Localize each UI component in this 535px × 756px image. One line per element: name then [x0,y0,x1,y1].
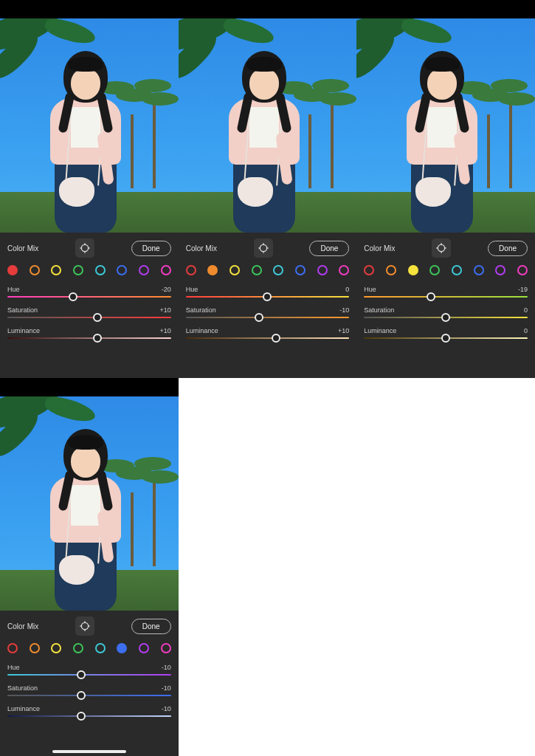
color-swatch[interactable] [186,265,196,275]
slider-track[interactable] [186,296,350,298]
color-swatch[interactable] [95,265,106,275]
target-adjust-button[interactable] [75,616,94,636]
slider-thumb[interactable] [255,313,263,322]
svg-point-15 [81,622,88,629]
done-button[interactable]: Done [131,241,171,256]
photo-preview [356,18,535,233]
slider-track[interactable] [186,317,350,318]
slider-thumb[interactable] [77,691,86,700]
status-bar [356,0,535,18]
color-swatch[interactable] [474,265,484,275]
color-swatch[interactable] [30,265,40,275]
slider-track[interactable] [7,695,171,696]
slider-row: Luminance +10 [7,327,171,339]
color-swatch[interactable] [429,265,440,275]
controls-area: Color Mix Done Hue -19 Saturation 0 [356,233,535,378]
controls-area: Color Mix Done Hue -20 Saturation +10 [0,233,179,378]
slider-track[interactable] [7,337,171,339]
color-swatch[interactable] [51,265,61,275]
color-swatch[interactable] [73,643,83,653]
slider-row: Luminance 0 [364,327,528,339]
photo-preview [0,396,179,611]
slider-track[interactable] [7,317,171,318]
slider-label: Saturation [186,306,216,314]
color-swatch-row [7,262,171,277]
color-swatch[interactable] [207,265,218,275]
color-swatch[interactable] [495,265,505,275]
color-swatch[interactable] [161,643,171,653]
slider-value: -10 [162,705,171,712]
slider-track[interactable] [364,317,528,318]
panel-title: Color Mix [364,244,395,252]
slider-value: 0 [345,286,349,293]
color-swatch[interactable] [51,643,61,653]
target-adjust-button[interactable] [432,238,451,258]
color-swatch[interactable] [161,265,171,275]
color-swatch[interactable] [229,265,240,275]
color-swatch[interactable] [95,643,106,653]
color-swatch[interactable] [30,643,40,653]
slider-value: -20 [162,286,171,293]
slider-row: Luminance -10 [7,705,171,717]
slider-thumb[interactable] [441,313,450,322]
slider-thumb[interactable] [263,292,272,301]
svg-point-10 [438,244,445,251]
color-swatch[interactable] [252,265,262,275]
slider-track[interactable] [7,296,171,298]
photo-preview [0,18,179,233]
target-adjust-button[interactable] [254,238,273,258]
slider-label: Saturation [7,684,38,692]
target-adjust-button[interactable] [75,238,94,258]
color-swatch-row [186,262,350,277]
color-swatch[interactable] [117,643,127,653]
slider-thumb[interactable] [93,334,102,343]
done-button[interactable]: Done [309,241,349,256]
slider-label: Luminance [7,327,40,334]
color-swatch[interactable] [73,265,83,275]
slider-track[interactable] [364,337,528,339]
color-swatch[interactable] [117,265,127,275]
color-swatch[interactable] [139,265,149,275]
done-button[interactable]: Done [131,619,171,634]
color-swatch[interactable] [273,265,283,275]
slider-thumb[interactable] [93,313,102,322]
slider-label: Luminance [7,705,40,712]
color-swatch[interactable] [7,643,18,653]
slider-row: Saturation +10 [7,306,171,318]
color-swatch[interactable] [317,265,328,275]
color-swatch[interactable] [364,265,374,275]
color-swatch[interactable] [517,265,528,275]
slider-label: Hue [186,286,199,293]
color-swatch[interactable] [139,643,149,653]
color-swatch-row [7,640,171,655]
color-swatch[interactable] [7,265,18,275]
color-swatch[interactable] [295,265,306,275]
slider-thumb[interactable] [69,292,77,301]
slider-track[interactable] [7,715,171,717]
color-swatch[interactable] [408,265,418,275]
color-swatch[interactable] [339,265,349,275]
slider-track[interactable] [7,674,171,676]
slider-thumb[interactable] [427,292,435,301]
slider-label: Saturation [364,306,394,314]
slider-thumb[interactable] [77,670,86,679]
editor-panel: Color Mix Done Hue -19 Saturation 0 [356,0,535,378]
color-swatch[interactable] [452,265,462,275]
slider-track[interactable] [186,337,350,339]
slider-row: Hue -10 [7,664,171,676]
done-button[interactable]: Done [488,241,528,256]
slider-thumb[interactable] [77,712,86,721]
slider-label: Luminance [186,327,218,334]
slider-value: -10 [339,306,349,314]
slider-label: Hue [364,286,376,293]
color-swatch[interactable] [386,265,396,275]
slider-track[interactable] [364,296,528,298]
panel-title: Color Mix [7,244,38,252]
panel-title: Color Mix [7,622,38,630]
slider-thumb[interactable] [272,334,280,343]
slider-value: +10 [159,327,170,334]
slider-thumb[interactable] [441,334,450,343]
status-bar [0,0,179,18]
slider-label: Hue [7,286,20,293]
panel-title: Color Mix [186,244,217,252]
